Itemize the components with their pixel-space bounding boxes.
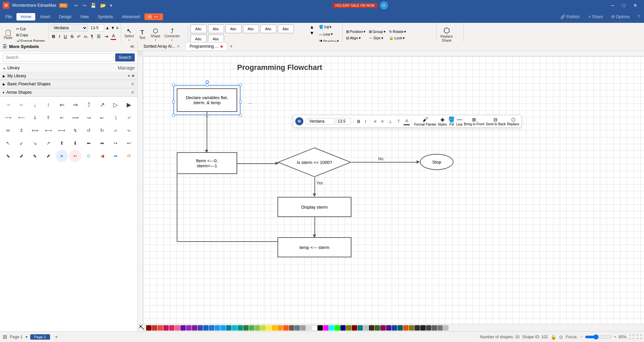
color-cyan[interactable] (220, 325, 226, 331)
shape-arr-37[interactable]: ⬅ (83, 137, 95, 149)
color-pink-light[interactable] (175, 325, 180, 331)
shape-arr-18[interactable]: ↜ (96, 112, 108, 124)
select-btn[interactable]: ↖ Select ▾ (123, 27, 136, 43)
color-teal3[interactable] (357, 325, 363, 331)
position-btn[interactable]: ⊞ Position ▾ (345, 29, 367, 35)
list-btn[interactable]: ☰ (95, 33, 102, 40)
cut-btn[interactable]: ✂ Cut (15, 26, 46, 32)
focus-icon[interactable]: ⊙ (559, 334, 563, 340)
redo-btn[interactable]: ↪ (81, 2, 88, 9)
user-avatar[interactable]: U (380, 1, 388, 9)
open-btn[interactable]: 📂 (99, 2, 107, 9)
more-btn[interactable]: ▾ (109, 2, 114, 9)
color-blue[interactable] (209, 325, 214, 331)
line-btn[interactable]: — Line ▾ (317, 31, 340, 37)
shape-arr-46[interactable]: ↩ (69, 150, 81, 162)
shape-arr-16[interactable]: ⟹ (69, 112, 81, 124)
fit-page-btn[interactable]: ⛶ (629, 334, 634, 340)
ft-send-to-back-btn[interactable]: ⊟ Send to Back (486, 117, 506, 126)
connector-btn[interactable]: ⤴ Connector ▾ (163, 27, 181, 43)
shape-arr-45[interactable]: ➤ (56, 150, 68, 162)
manage-btn[interactable]: Manage (118, 65, 135, 71)
color-purple-dark[interactable] (180, 325, 186, 331)
color-silver[interactable] (363, 325, 369, 331)
color-dark-brown[interactable] (369, 325, 374, 331)
size-btn[interactable]: ↔ Size ▾ (368, 35, 387, 41)
color-dark2[interactable] (426, 325, 431, 331)
shape-arr-41[interactable]: ⬊ (2, 150, 14, 162)
color-extra1[interactable] (375, 325, 380, 331)
shape-arr-27[interactable]: ↺ (83, 124, 95, 136)
zoom-slider[interactable] (585, 334, 612, 340)
color-dark3[interactable] (432, 325, 437, 331)
tab-programming[interactable]: Programming ... (185, 42, 227, 50)
flowchart-canvas[interactable]: Programming Flowchart → (143, 56, 644, 331)
color-black[interactable] (317, 325, 323, 331)
strikethrough-btn[interactable]: S (69, 33, 75, 40)
styles-scroll-up[interactable]: ▲ (310, 24, 314, 30)
shape-arr-35[interactable]: ⬆ (56, 137, 68, 149)
publish-btn[interactable]: 🔗 Publish (558, 14, 583, 20)
shape-arr-25[interactable]: ⟼ (56, 124, 68, 136)
rotate-btn[interactable]: ↻ Rotate ▾ (388, 29, 407, 35)
color-brown[interactable] (289, 325, 294, 331)
menu-symbols[interactable]: Symbols (94, 13, 117, 20)
shape-arrow-bend-right[interactable]: ↗ (96, 99, 108, 111)
ft-line-btn[interactable]: — Line (456, 117, 463, 126)
color-amber[interactable] (272, 325, 277, 331)
shape-arr-20[interactable]: ⤶ (123, 112, 135, 124)
text-btn[interactable]: T Text (136, 29, 148, 41)
color-pink[interactable] (169, 325, 174, 331)
holiday-badge[interactable]: HOLIDAY SALE ON NOW (333, 3, 377, 8)
minimize-btn[interactable]: ─ (607, 3, 618, 8)
fc-box-declare[interactable]: Declare variables fter,sterm, & temp (177, 88, 237, 112)
menu-design[interactable]: Design (55, 13, 75, 20)
shape-arr-42[interactable]: ⬋ (15, 150, 28, 162)
shape-arr-13[interactable]: ⇓ (29, 112, 41, 124)
save-btn[interactable]: 💾 (89, 2, 97, 9)
focus-label[interactable]: Focus (566, 335, 577, 339)
color-extra5[interactable] (397, 325, 403, 331)
shape-arr-33[interactable]: ↘ (29, 137, 41, 149)
style-6[interactable]: Abc (278, 25, 294, 33)
fullscreen-btn[interactable]: ⛶ (637, 334, 641, 340)
color-blue-dark[interactable] (203, 325, 209, 331)
fc-box-temp[interactable]: temp <--- sterm (277, 237, 351, 257)
connector-hint[interactable]: → (247, 100, 253, 106)
color-green-dark[interactable] (243, 325, 249, 331)
color-indigo[interactable] (198, 325, 203, 331)
basic-flowchart-close-btn[interactable]: ✕ (131, 81, 135, 87)
zoom-out-btn[interactable]: － (579, 334, 584, 340)
shape-arr-21[interactable]: ⇔ (2, 124, 14, 136)
font-increase-btn[interactable]: ▲ (105, 26, 110, 30)
shape-arr-32[interactable]: ↙ (15, 137, 28, 149)
color-yellow-green[interactable] (260, 325, 266, 331)
color-deep-orange[interactable] (283, 325, 289, 331)
ft-font-color-btn[interactable]: A (403, 117, 410, 125)
pages-panel-btn[interactable]: ⊞ (3, 334, 7, 340)
panel-menu-icon[interactable]: ☰ (3, 44, 7, 49)
ft-styles-btn[interactable]: ◈ Styles (438, 116, 447, 126)
shape-arr-28[interactable]: ↻ (96, 124, 108, 136)
color-yellow[interactable] (266, 325, 271, 331)
shape-arrow-left2[interactable]: ⇐ (56, 99, 68, 111)
ft-format-painter-btn[interactable]: 🖌 Format Painter (414, 117, 436, 126)
color-pink-dark[interactable] (163, 325, 169, 331)
menu-insert[interactable]: Insert (36, 13, 54, 20)
font-color-btn[interactable]: A (111, 33, 116, 40)
color-extra8[interactable] (415, 325, 420, 331)
shape-arr-34[interactable]: ↗ (42, 137, 54, 149)
lock-btn[interactable]: 🔒 Lock ▾ (388, 35, 407, 41)
ft-bring-to-front-btn[interactable]: ⊞ Bring to Front (464, 117, 484, 126)
shape-arr-14[interactable]: ⇑ (42, 112, 54, 124)
ft-font-select[interactable] (308, 118, 335, 125)
shape-arr-26[interactable]: ↯ (69, 124, 81, 136)
shape-arr-29[interactable]: ⤾ (110, 124, 122, 136)
shape-arr-19[interactable]: ⤵ (110, 112, 122, 124)
subscript-btn[interactable]: x₂ (83, 34, 89, 39)
color-teal2[interactable] (238, 325, 243, 331)
style-4[interactable]: Abc (243, 25, 259, 33)
color-purple[interactable] (186, 325, 191, 331)
add-page-btn[interactable]: + (53, 334, 60, 340)
color-maroon[interactable] (352, 325, 357, 331)
